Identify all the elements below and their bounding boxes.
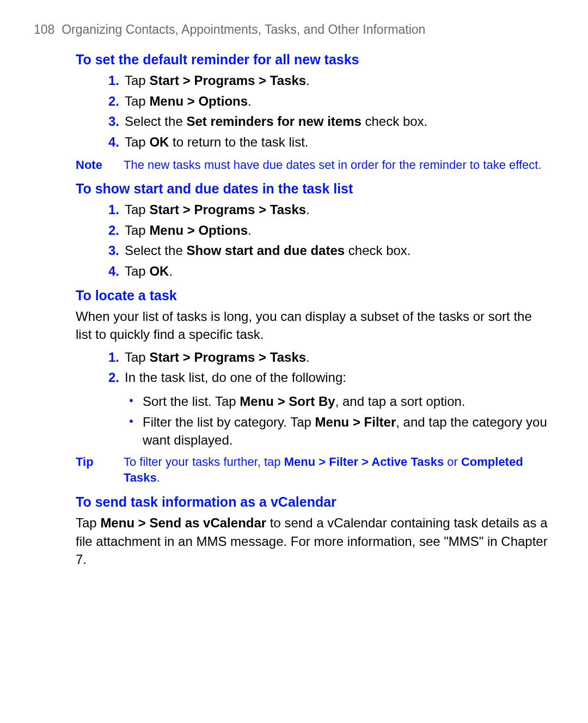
step-number: 1. — [103, 201, 119, 219]
text: . — [157, 471, 160, 484]
list-item: 2. Tap Menu > Options. — [103, 92, 556, 111]
text-bold: Start > Programs > Tasks — [149, 202, 306, 217]
step-number: 2. — [103, 92, 119, 111]
text: check box. — [362, 114, 427, 129]
step-body: Tap OK. — [125, 262, 556, 281]
text: Tap — [125, 94, 149, 108]
list-item: 1. Tap Start > Programs > Tasks. — [103, 348, 556, 367]
text-bold: Start > Programs > Tasks — [149, 73, 306, 88]
bullet-body: Filter the list by category. Tap Menu > … — [143, 413, 556, 449]
chapter-title: Organizing Contacts, Appointments, Tasks… — [62, 22, 425, 37]
list-item: 3. Select the Set reminders for new item… — [103, 112, 556, 131]
heading-default-reminder: To set the default reminder for all new … — [76, 50, 556, 69]
step-number: 1. — [103, 348, 119, 367]
text-bold: Set reminders for new items — [186, 114, 361, 129]
text: . — [306, 73, 310, 88]
text: Tap — [125, 223, 149, 238]
steps-default-reminder: 1. Tap Start > Programs > Tasks. 2. Tap … — [103, 71, 556, 151]
bullet-body: Sort the list. Tap Menu > Sort By, and t… — [143, 392, 556, 411]
page: 108 Organizing Contacts, Appointments, T… — [0, 0, 588, 606]
text: . — [306, 202, 310, 217]
paragraph-send-vcalendar: Tap Menu > Send as vCalendar to send a v… — [76, 514, 556, 569]
step-body: In the task list, do one of the followin… — [125, 368, 556, 387]
steps-locate-task: 1. Tap Start > Programs > Tasks. 2. In t… — [103, 348, 556, 387]
text-bold: Menu > Options — [149, 94, 248, 108]
text: Select the — [125, 243, 186, 258]
step-body: Tap OK to return to the task list. — [125, 133, 556, 151]
steps-show-dates: 1. Tap Start > Programs > Tasks. 2. Tap … — [103, 201, 556, 280]
step-body: Tap Menu > Options. — [125, 221, 556, 240]
text: Tap — [125, 202, 149, 217]
bullets-locate-task: • Sort the list. Tap Menu > Sort By, and… — [125, 392, 556, 449]
step-number: 2. — [103, 368, 119, 387]
step-number: 3. — [103, 241, 119, 260]
list-item: 2. In the task list, do one of the follo… — [103, 368, 556, 387]
step-body: Select the Set reminders for new items c… — [125, 112, 556, 131]
text-bold: OK — [149, 135, 169, 149]
bullet-icon: • — [125, 413, 137, 429]
step-number: 1. — [103, 71, 119, 90]
tip: Tip To filter your tasks further, tap Me… — [76, 454, 556, 486]
step-number: 2. — [103, 221, 119, 240]
text: , and tap a sort option. — [335, 394, 465, 409]
text: Tap — [125, 135, 149, 149]
step-body: Tap Start > Programs > Tasks. — [125, 348, 556, 367]
text-bold: Show start and due dates — [186, 243, 345, 258]
list-item: • Filter the list by category. Tap Menu … — [125, 413, 556, 449]
heading-send-vcalendar: To send task information as a vCalendar — [76, 493, 556, 512]
step-body: Tap Start > Programs > Tasks. — [125, 71, 556, 90]
list-item: 4. Tap OK. — [103, 262, 556, 281]
note-label: Note — [76, 157, 124, 173]
heading-locate-task: To locate a task — [76, 286, 556, 305]
text: Tap — [125, 73, 149, 88]
text-bold: Menu > Filter > Active Tasks — [284, 455, 444, 469]
text: Filter the list by category. Tap — [143, 415, 315, 429]
text: . — [248, 223, 252, 238]
text: . — [306, 350, 310, 364]
note: Note The new tasks must have due dates s… — [76, 157, 556, 173]
text: Tap — [125, 350, 149, 364]
step-number: 3. — [103, 112, 119, 131]
step-body: Tap Menu > Options. — [125, 92, 556, 111]
list-item: 2. Tap Menu > Options. — [103, 221, 556, 240]
bullet-icon: • — [125, 392, 137, 409]
text-bold: Menu > Options — [149, 223, 248, 238]
text: . — [169, 264, 173, 278]
text-bold: Menu > Sort By — [240, 394, 335, 409]
text: . — [248, 94, 252, 108]
text-bold: OK — [149, 264, 169, 278]
step-number: 4. — [103, 262, 119, 281]
tip-label: Tip — [76, 454, 124, 486]
list-item: 1. Tap Start > Programs > Tasks. — [103, 201, 556, 219]
text: Tap — [76, 515, 100, 530]
paragraph-locate-intro: When your list of tasks is long, you can… — [76, 307, 556, 344]
list-item: • Sort the list. Tap Menu > Sort By, and… — [125, 392, 556, 411]
list-item: 4. Tap OK to return to the task list. — [103, 133, 556, 151]
text: check box. — [345, 243, 411, 258]
text-bold: Menu > Send as vCalendar — [100, 515, 266, 530]
step-body: Tap Start > Programs > Tasks. — [125, 201, 556, 219]
text-bold: Start > Programs > Tasks — [149, 350, 306, 364]
heading-show-dates: To show start and due dates in the task … — [76, 179, 556, 198]
list-item: 3. Select the Show start and due dates c… — [103, 241, 556, 260]
text-bold: Menu > Filter — [315, 415, 396, 429]
page-number: 108 — [34, 22, 54, 37]
text: Sort the list. Tap — [143, 394, 240, 409]
step-body: Select the Show start and due dates chec… — [125, 241, 556, 260]
text: Select the — [125, 114, 186, 129]
list-item: 1. Tap Start > Programs > Tasks. — [103, 71, 556, 90]
step-number: 4. — [103, 133, 119, 151]
text: To filter your tasks further, tap — [124, 455, 284, 469]
tip-text: To filter your tasks further, tap Menu >… — [124, 454, 556, 486]
text: to return to the task list. — [169, 135, 308, 149]
note-text: The new tasks must have due dates set in… — [124, 157, 556, 173]
text: or — [444, 455, 461, 469]
running-header: 108 Organizing Contacts, Appointments, T… — [34, 21, 556, 38]
text: In the task list, do one of the followin… — [125, 370, 346, 385]
text: Tap — [125, 264, 149, 278]
